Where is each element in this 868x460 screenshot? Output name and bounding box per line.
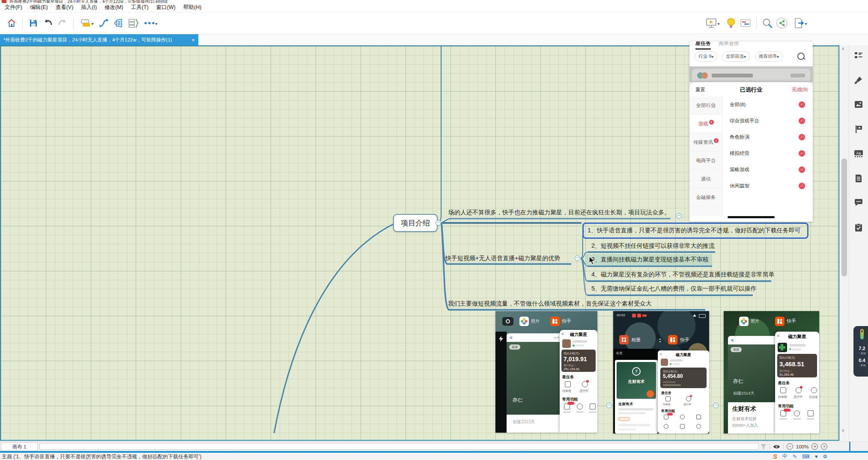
card-title: 生财有术 xyxy=(732,405,756,413)
menu-help[interactable]: 帮助(H) xyxy=(179,4,205,11)
menu-window[interactable]: 窗口(W) xyxy=(152,4,179,11)
window-right-border xyxy=(849,442,850,451)
canvas-tab[interactable]: 画布 1 xyxy=(1,442,38,451)
topic-advantage-4[interactable]: 4、磁力聚星没有复杂的环节，不管视频还是直播挂载链接是非常简单 xyxy=(591,271,775,279)
func-icon-5 xyxy=(680,424,685,429)
ime-pen-icon[interactable] xyxy=(793,454,797,460)
callout-topic-button[interactable] xyxy=(111,16,126,30)
callout-topic-icon xyxy=(113,18,124,28)
camera-icon xyxy=(502,317,513,326)
eye-icon[interactable] xyxy=(773,444,780,449)
zoom-in-button[interactable]: + xyxy=(811,443,818,450)
func-icon-2 xyxy=(577,404,583,410)
export-button[interactable] xyxy=(789,16,811,30)
camera-strip xyxy=(495,332,507,433)
juxing-title: 磁力聚星 xyxy=(658,352,709,358)
dimmed-list-band xyxy=(689,66,813,82)
scrollbar-thumb[interactable] xyxy=(841,158,847,276)
canvas-vertical-scrollbar[interactable]: ∧ ∨ xyxy=(839,45,849,441)
filter-icon[interactable] xyxy=(761,444,767,450)
collapse-handle-advantage[interactable] xyxy=(575,255,580,261)
export-icon xyxy=(793,18,805,29)
topic-advantage-3[interactable]: 3、直播间挂载磁力聚星变现链接基本不审核 xyxy=(591,256,709,264)
gantt-button[interactable] xyxy=(738,16,753,30)
home-button[interactable] xyxy=(4,16,19,30)
save-icon xyxy=(28,18,39,28)
scroll-up-icon[interactable]: ∧ xyxy=(841,46,844,51)
document-tab[interactable]: *外面收费2千的磁力聚星项目，24小时无人直播，4个月122w，可矩阵操作(1) xyxy=(0,34,198,45)
juxing-title: 磁力聚星 xyxy=(560,332,597,338)
zoom-out-button[interactable]: − xyxy=(787,443,793,450)
collapse-handle-market[interactable] xyxy=(676,213,682,219)
ime-settings-icon[interactable] xyxy=(823,454,828,460)
undo-button[interactable] xyxy=(41,16,55,30)
sheet-done-button: 完成(9) xyxy=(792,86,808,93)
total-value: 251,154.81 xyxy=(564,367,580,371)
network-speed-widget[interactable]: 7.2 ↑ K/s 0.4 ↓ K/s xyxy=(853,326,868,377)
func-icon-6 xyxy=(696,424,701,429)
theme-style-button[interactable] xyxy=(77,16,97,30)
topic-advantage-2[interactable]: 2、短视频不挂任何链接可以获得非常大的推流 xyxy=(591,242,715,250)
profile-days: 创建2312天 xyxy=(513,419,535,425)
svg-text:Aa: Aa xyxy=(856,151,861,155)
topic-strategy[interactable]: 我们主要做短视频流量，不管做什么领域视频素材，首先保证这个素材受众大 xyxy=(448,300,652,308)
theme-caret-icon xyxy=(91,19,93,27)
caishu-logo: 才 xyxy=(632,367,641,376)
format-brush-icon[interactable] xyxy=(854,75,863,85)
save-button[interactable] xyxy=(26,16,41,30)
kuaishou-app-label: 快手 xyxy=(562,318,571,324)
menu-view[interactable]: 查看(V) xyxy=(52,4,78,11)
collapse-handle-image1[interactable] xyxy=(606,403,612,408)
topic-advantage-5[interactable]: 5、无需缴纳保证金乱七八糟的费用，仅靠一部手机就可以操作 xyxy=(591,285,757,293)
card-sub2: 50000+人加入 xyxy=(732,423,758,428)
tab-close-icon[interactable] xyxy=(191,37,195,43)
menu-file[interactable]: 文件(F) xyxy=(1,4,26,11)
ime-mode-chinese[interactable]: 中 xyxy=(782,453,787,460)
topic-advantage-1-selected[interactable]: 1、快手语音直播，只要不是很厉害的诱导完全不违规，做好匹配的下载任务即可 xyxy=(582,223,808,239)
more-tools-button[interactable] xyxy=(140,16,161,30)
note-panel-icon[interactable] xyxy=(854,174,863,183)
chip-industry: 行业·9 xyxy=(695,51,717,62)
ime-logo[interactable]: S xyxy=(773,453,777,460)
share-button[interactable] xyxy=(775,16,789,30)
menu-modify[interactable]: 修改(M) xyxy=(101,4,127,11)
redo-button[interactable] xyxy=(55,16,70,30)
menu-insert[interactable]: 插入(I) xyxy=(77,4,101,11)
mark-flag-icon[interactable] xyxy=(854,125,863,134)
outline-panel-icon[interactable] xyxy=(854,50,863,60)
topic-market-note[interactable]: 场的人还不算很多，快手也在力推磁力聚星，目前还在疯狂生长期，项目玩法众多。 xyxy=(448,209,670,217)
panel-tab-biz-coop: 商单合作 xyxy=(719,42,739,47)
fit-view-button[interactable]: ≡ xyxy=(821,443,827,450)
thermometer-icon xyxy=(859,329,865,340)
search-button[interactable] xyxy=(760,16,775,30)
menu-edit[interactable]: 编辑(E) xyxy=(26,4,52,11)
func-icon-3 xyxy=(808,410,814,416)
outline-view-button[interactable] xyxy=(126,16,140,30)
kuaishou-app-label: 快手 xyxy=(680,337,689,343)
relationship-button[interactable] xyxy=(97,16,111,30)
phone-screenshot-1: 照片 快手 < 今天 实况 亦仁 创建2312天 < 磁力聚星 我的余额(元) xyxy=(495,311,597,433)
horizontal-scrollbar[interactable] xyxy=(39,443,759,450)
ime-favorite-icon[interactable] xyxy=(814,454,817,460)
collapse-handle-image2[interactable] xyxy=(713,403,719,408)
image-panel-icon[interactable] xyxy=(854,100,863,109)
task-panel-icon[interactable] xyxy=(854,223,863,232)
presentation-button[interactable] xyxy=(701,16,724,30)
chip-sort: 推荐排序 xyxy=(755,51,783,62)
font-panel-icon[interactable]: Aa xyxy=(854,149,863,158)
collapse-handle-root[interactable] xyxy=(435,220,441,226)
scroll-down-icon[interactable]: ∨ xyxy=(841,428,844,433)
done-label: 已结算 xyxy=(809,395,818,399)
topic-project-intro[interactable]: 项目介绍 xyxy=(393,214,438,232)
check-icon xyxy=(799,166,805,173)
menu-tools[interactable]: 工具(T) xyxy=(127,4,152,11)
profile-name: 亦仁 xyxy=(733,378,743,385)
photos-app-label: 照片 xyxy=(531,318,540,324)
ime-keyboard-icon[interactable] xyxy=(802,454,809,460)
idea-button[interactable] xyxy=(724,16,738,30)
topic-advantage[interactable]: 快手短视频+无人语音直播+磁力聚星的优势 xyxy=(445,255,560,262)
home-icon xyxy=(6,18,17,28)
func-icon-4 xyxy=(664,424,668,429)
comment-panel-icon[interactable] xyxy=(854,198,863,208)
ongoing-label: 进行中 xyxy=(579,389,588,393)
